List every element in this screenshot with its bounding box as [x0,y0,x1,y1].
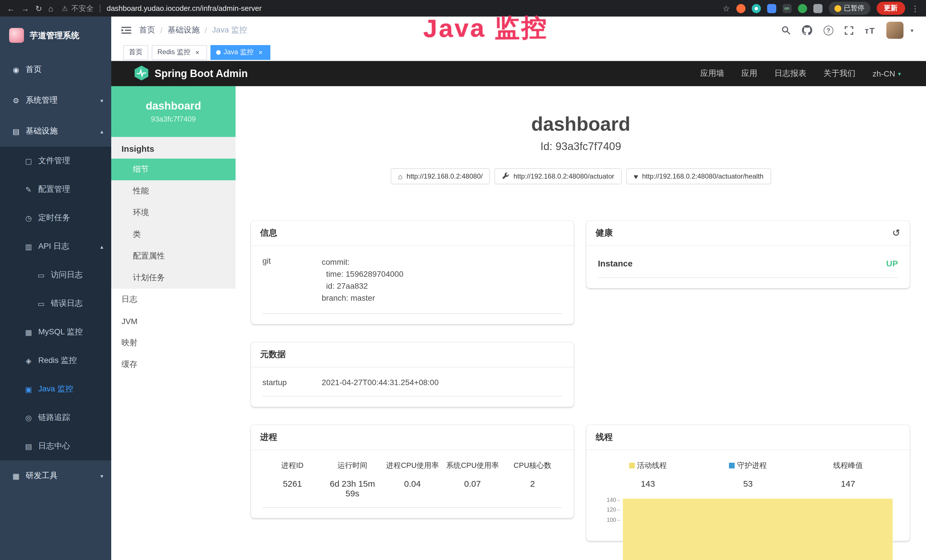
app-header: 首页 / 基础设施 / Java 监控 ? [111,17,926,44]
cpu-cores: CPU核心数 2 [502,460,563,498]
info-line: branch: master [322,292,403,304]
log-icon: ▥ [24,242,33,251]
cards-grid: 信息 git commit: time: 1596289704000 id: 2… [251,221,909,541]
sidebar-item-logs[interactable]: 日志 [111,289,236,310]
extension-icon-2[interactable] [752,4,761,13]
sidebar-item-environment[interactable]: 环境 [111,202,236,224]
paused-emoji-icon [834,5,841,12]
sidebar-item-api-logs[interactable]: ▥ API 日志 ▴ [0,232,111,261]
menu-label: 首页 [26,65,42,75]
y-tick: 140 [607,496,616,503]
nav-journal[interactable]: 日志报表 [775,68,806,79]
stat-label: 进程ID [262,460,322,471]
database-icon: ▦ [24,328,33,336]
browser-menu-icon[interactable]: ⋮ [911,4,919,12]
card-title: 线程 [587,425,910,450]
tab-redis-monitor[interactable]: Redis 监控 × [152,45,207,60]
tab-java-monitor[interactable]: Java 监控 × [210,45,270,60]
sidebar-item-mysql-monitor[interactable]: ▦ MySQL 监控 [0,318,111,346]
sidebar-item-file-mgmt[interactable]: ▢ 文件管理 [0,147,111,175]
sidebar-item-log-center[interactable]: ▤ 日志中心 [0,432,111,460]
extension-icon-1[interactable] [736,4,745,13]
fullscreen-icon[interactable] [845,26,853,35]
sidebar-item-performance[interactable]: 性能 [111,180,236,202]
nav-applications[interactable]: 应用 [741,68,758,79]
card-title: 信息 [251,221,574,246]
stat-value: 5261 [262,479,322,488]
sidebar-item-java-monitor[interactable]: ▣ Java 监控 [0,375,111,403]
sidebar-item-system-mgmt[interactable]: ⚙ 系统管理 ▾ [0,85,111,116]
instance-id-line: Id: 93a3fc7f7409 [236,140,926,153]
reload-button[interactable]: ↻ [35,4,42,12]
sidebar-toggle[interactable] [121,26,131,34]
extension-icon-proxy[interactable]: on [782,4,791,13]
menu-label: 文件管理 [38,156,70,166]
app-logo[interactable]: 芋道管理系统 [0,17,111,54]
sidebar-item-tracing[interactable]: ◎ 链路追踪 [0,403,111,432]
stat-label: 运行时间 [322,460,383,471]
close-icon[interactable]: × [256,48,264,56]
menu-label: 研发工具 [26,471,57,481]
sidebar-item-redis-monitor[interactable]: ◈ Redis 监控 [0,346,111,375]
address-bar[interactable]: ⚠ 不安全 dashboard.yudao.iocoder.cn/infra/a… [62,3,262,14]
stat-label: 线程峰值 [833,461,863,469]
sidebar-item-classes[interactable]: 类 [111,224,236,245]
sidebar-item-jvm[interactable]: JVM [111,310,236,332]
tab-home[interactable]: 首页 [123,45,148,60]
sidebar-item-dev-tools[interactable]: ▦ 研发工具 ▾ [0,460,111,491]
process-cpu: 进程CPU使用率 0.04 [383,460,443,498]
instance-header[interactable]: dashboard 93a3fc7f7409 [111,86,236,137]
metadata-value: 2021-04-27T00:44:31.254+08:00 [322,378,439,387]
sidebar-item-caches[interactable]: 缓存 [111,354,236,375]
close-icon[interactable]: × [194,48,201,56]
sidebar-item-details[interactable]: 细节 [111,159,236,180]
bookmark-star-icon[interactable]: ☆ [723,4,730,12]
user-avatar[interactable] [887,22,904,39]
update-button[interactable]: 更新 [876,2,905,15]
daemon-threads-swatch [729,463,735,468]
sidebar-item-mappings[interactable]: 映射 [111,332,236,354]
extension-icon-3[interactable] [767,4,776,13]
home-button[interactable]: ⌂ [48,4,53,12]
extension-icon-5[interactable] [798,4,807,13]
extension-icon-6[interactable] [813,4,822,13]
sidebar-item-scheduled-tasks[interactable]: 计划任务 [111,267,236,289]
sidebar-item-error-logs[interactable]: ▭ 错误日志 [0,289,111,318]
back-button[interactable]: ← [7,4,15,12]
document-icon: ▭ [36,271,45,279]
breadcrumb-current: Java 监控 [212,25,247,35]
health-url-button[interactable]: ♥ http://192.168.0.2:48080/actuator/heal… [626,168,771,184]
breadcrumb-infrastructure[interactable]: 基础设施 [168,25,200,35]
browser-chrome: ← → ↻ ⌂ ⚠ 不安全 dashboard.yudao.iocoder.cn… [0,0,926,17]
info-line: time: 1596289704000 [322,268,403,280]
breadcrumb-home[interactable]: 首页 [139,25,155,35]
nav-about[interactable]: 关于我们 [824,68,856,79]
sidebar-item-access-logs[interactable]: ▭ 访问日志 [0,261,111,289]
search-icon[interactable] [781,26,791,35]
github-icon[interactable] [802,25,812,35]
sidebar-item-config-props[interactable]: 配置属性 [111,245,236,267]
menu-label: 系统管理 [26,95,57,106]
file-icon: ▢ [24,157,33,165]
service-url-button[interactable]: ⌂ http://192.168.0.2:48080/ [391,168,490,184]
sidebar-item-home[interactable]: ◉ 首页 [0,54,111,85]
health-instance-label: Instance [598,259,887,268]
forward-button[interactable]: → [21,4,29,12]
sidebar-item-config-mgmt[interactable]: ✎ 配置管理 [0,175,111,204]
language-select[interactable]: zh-CN ▾ [873,69,901,78]
help-icon[interactable]: ? [824,26,833,35]
timer-icon: ◷ [24,214,33,222]
menu-label: MySQL 监控 [38,327,83,337]
history-icon[interactable]: ↺ [892,228,900,238]
instance-id: 93a3fc7f7409 [151,115,196,123]
nav-applications-wall[interactable]: 应用墙 [701,68,724,79]
paused-badge[interactable]: 已暂停 [828,2,870,15]
sidebar-item-scheduled-jobs[interactable]: ◷ 定时任务 [0,204,111,232]
server-icon: ▤ [11,127,21,136]
insights-group: Insights 细节 性能 环境 类 配置属性 计划任务 [111,137,236,289]
instance-name: dashboard [146,100,201,112]
sidebar-item-infrastructure[interactable]: ▤ 基础设施 ▴ [0,116,111,147]
menu-label: Redis 监控 [38,356,77,366]
font-size-icon[interactable]: тT [865,26,875,35]
actuator-url-button[interactable]: http://192.168.0.2:48080/actuator [495,168,622,184]
